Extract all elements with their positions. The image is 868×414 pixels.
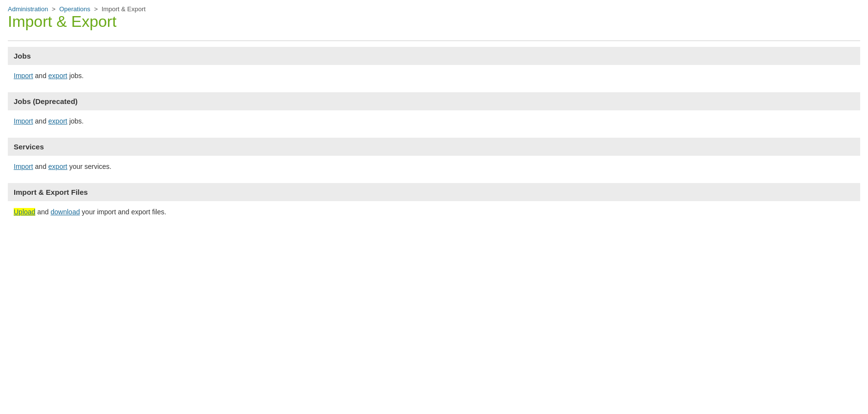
text-jobs-deprecated: and xyxy=(33,117,48,125)
section-body-services: Import and export your services. xyxy=(8,156,860,177)
breadcrumb-separator: > xyxy=(50,5,57,13)
divider xyxy=(8,41,860,41)
breadcrumb-link-administration[interactable]: Administration xyxy=(8,5,48,13)
link-export-jobs[interactable]: export xyxy=(48,72,67,80)
link-upload-import-export-files[interactable]: Upload xyxy=(14,208,35,216)
section-header-import-export-files: Import & Export Files xyxy=(8,183,860,201)
section-body-jobs-deprecated: Import and export jobs. xyxy=(8,110,860,132)
section-jobs-deprecated: Jobs (Deprecated)Import and export jobs. xyxy=(8,92,860,132)
breadcrumb: Administration > Operations > Import & E… xyxy=(8,5,860,13)
link-download-import-export-files[interactable]: download xyxy=(51,208,80,216)
section-jobs: JobsImport and export jobs. xyxy=(8,47,860,86)
page-title: Import & Export xyxy=(8,13,860,31)
breadcrumb-link-operations[interactable]: Operations xyxy=(59,5,90,13)
section-body-import-export-files: Upload and download your import and expo… xyxy=(8,201,860,223)
link-import-services[interactable]: Import xyxy=(14,163,33,170)
breadcrumb-current: Import & Export xyxy=(102,5,146,13)
section-body-jobs: Import and export jobs. xyxy=(8,65,860,86)
link-import-jobs[interactable]: Import xyxy=(14,72,33,80)
text-services: your services. xyxy=(67,163,111,170)
breadcrumb-separator: > xyxy=(92,5,100,13)
text-services: and xyxy=(33,163,48,170)
text-jobs: and xyxy=(33,72,48,80)
link-import-jobs-deprecated[interactable]: Import xyxy=(14,117,33,125)
text-jobs-deprecated: jobs. xyxy=(67,117,84,125)
section-services: ServicesImport and export your services. xyxy=(8,138,860,177)
text-import-export-files: your import and export files. xyxy=(80,208,166,216)
section-header-services: Services xyxy=(8,138,860,156)
section-header-jobs-deprecated: Jobs (Deprecated) xyxy=(8,92,860,110)
section-import-export-files: Import & Export FilesUpload and download… xyxy=(8,183,860,223)
text-import-export-files: and xyxy=(35,208,50,216)
section-header-jobs: Jobs xyxy=(8,47,860,65)
sections-container: JobsImport and export jobs.Jobs (Depreca… xyxy=(8,47,860,223)
link-export-jobs-deprecated[interactable]: export xyxy=(48,117,67,125)
text-jobs: jobs. xyxy=(67,72,84,80)
link-export-services[interactable]: export xyxy=(48,163,67,170)
